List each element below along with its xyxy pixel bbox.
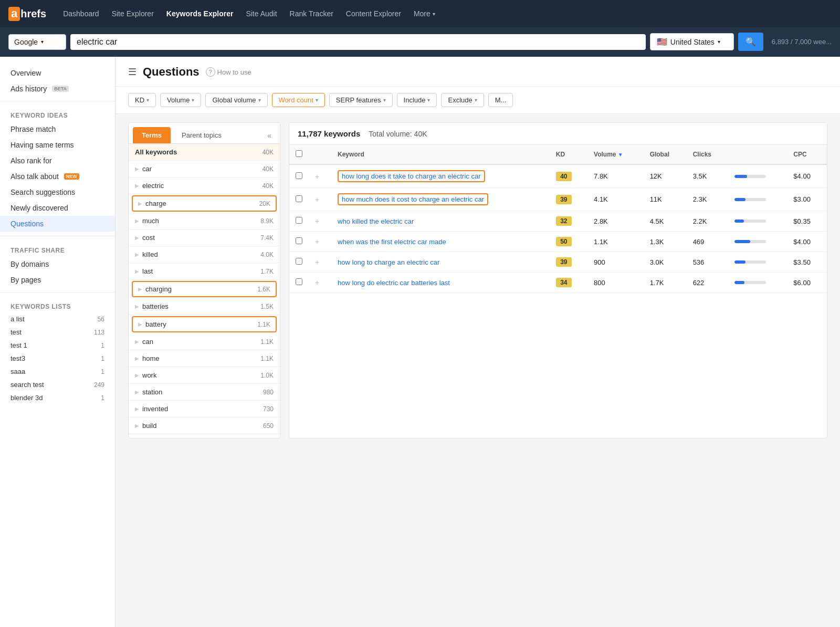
list-item-test3[interactable]: test3 1 [0, 352, 115, 365]
list-item-test[interactable]: test 113 [0, 326, 115, 339]
list-item[interactable]: ▶ station 980 [129, 384, 280, 401]
list-item-search-test[interactable]: search test 249 [0, 378, 115, 391]
add-button[interactable]: + [315, 217, 319, 225]
filter-serp-features[interactable]: SERP features ▾ [329, 93, 393, 107]
add-button[interactable]: + [315, 237, 319, 246]
list-item-blender-3d[interactable]: blender 3d 1 [0, 391, 115, 404]
list-item[interactable]: ▶ work 1.0K [129, 367, 280, 384]
terms-panel: Terms Parent topics « All keywords 40K ▶ [128, 122, 280, 438]
list-item[interactable]: ▶ car 40K [129, 161, 280, 177]
filter-volume[interactable]: Volume ▾ [160, 93, 201, 107]
list-item[interactable]: ▶ invented 730 [129, 401, 280, 417]
list-item[interactable]: ▶ charge 20K [132, 195, 277, 212]
nav-content-explorer[interactable]: Content Explorer [346, 7, 401, 20]
keyword-link[interactable]: how long to charge an electric car [338, 258, 439, 266]
main-layout: Overview Ads history BETA Keyword ideas … [0, 57, 840, 627]
search-button[interactable]: 🔍 [738, 33, 763, 51]
progress-bar-background [734, 175, 766, 178]
chevron-down-icon: ▾ [383, 97, 386, 103]
nav-keywords-explorer[interactable]: Keywords Explorer [166, 7, 234, 20]
row-checkbox[interactable] [296, 258, 302, 265]
add-button[interactable]: + [315, 278, 319, 287]
table-header-row: 11,787 keywords Total volume: 40K [289, 123, 827, 145]
add-button[interactable]: + [315, 172, 319, 181]
question-icon: ? [206, 67, 215, 77]
row-checkbox[interactable] [296, 217, 302, 224]
keyword-link[interactable]: how long does it take to charge an elect… [342, 172, 480, 180]
expand-icon: ▶ [135, 356, 139, 361]
nav-site-audit[interactable]: Site Audit [246, 7, 277, 20]
sidebar-item-ads-history[interactable]: Ads history BETA [0, 81, 115, 97]
sidebar-item-by-pages[interactable]: By pages [0, 272, 115, 288]
collapse-button[interactable]: « [263, 129, 276, 142]
list-item[interactable]: ▶ home 1.1K [129, 350, 280, 367]
list-item[interactable]: ▶ electric 40K [129, 177, 280, 194]
sidebar-item-overview[interactable]: Overview [0, 65, 115, 81]
filter-global-volume[interactable]: Global volume ▾ [205, 93, 267, 107]
keyword-link[interactable]: when was the first electric car made [338, 238, 446, 246]
list-item[interactable]: ▶ battery 1.1K [132, 316, 277, 332]
new-badge: NEW [64, 173, 79, 180]
add-button[interactable]: + [315, 258, 319, 266]
nav-rank-tracker[interactable]: Rank Tracker [290, 7, 333, 20]
row-checkbox[interactable] [296, 195, 302, 202]
tab-terms[interactable]: Terms [133, 127, 171, 143]
sidebar-item-by-domains[interactable]: By domains [0, 256, 115, 272]
sidebar-item-also-talk-about[interactable]: Also talk about NEW [0, 169, 115, 184]
sidebar-item-questions[interactable]: Questions [0, 216, 115, 232]
keyword-link[interactable]: how long do electric car batteries last [338, 279, 450, 287]
filter-more[interactable]: M... [488, 93, 513, 107]
kd-badge: 39 [556, 257, 572, 267]
list-item[interactable]: ▶ can 1.1K [129, 333, 280, 350]
list-item[interactable]: ▶ last 1.7K [129, 263, 280, 280]
list-item-test1[interactable]: test 1 1 [0, 339, 115, 352]
engine-select[interactable]: Google ▾ [8, 34, 66, 50]
progress-cell [728, 273, 787, 293]
country-select[interactable]: 🇺🇸 United States ▾ [650, 33, 734, 50]
filter-kd[interactable]: KD ▾ [128, 93, 156, 107]
terms-tabs: Terms Parent topics « [129, 123, 280, 144]
cpc-cell: $0.35 [787, 211, 827, 232]
list-item-a-list[interactable]: a list 56 [0, 312, 115, 326]
nav-site-explorer[interactable]: Site Explorer [112, 7, 154, 20]
filter-include[interactable]: Include ▾ [397, 93, 437, 107]
list-item[interactable]: ▶ much 8.9K [129, 213, 280, 229]
filter-exclude[interactable]: Exclude ▾ [441, 93, 484, 107]
select-all-checkbox[interactable] [296, 150, 302, 157]
row-checkbox[interactable] [296, 172, 302, 179]
nav-more[interactable]: More ▾ [414, 7, 435, 20]
table-row: + how much does it cost to charge an ele… [289, 188, 827, 211]
row-checkbox[interactable] [296, 278, 302, 285]
list-item[interactable]: ▶ cost 7.4K [129, 229, 280, 246]
logo[interactable]: a hrefs [8, 7, 46, 21]
term-all-keywords[interactable]: All keywords 40K [129, 144, 280, 161]
list-item[interactable]: ▶ build 650 [129, 417, 280, 434]
table-row: + who killed the electric car 32 2.8K 4.… [289, 211, 827, 232]
hamburger-icon[interactable]: ☰ [128, 66, 136, 78]
filter-word-count[interactable]: Word count ▾ [272, 93, 325, 107]
tab-parent-topics[interactable]: Parent topics [173, 127, 230, 143]
col-volume[interactable]: Volume ▼ [587, 145, 644, 164]
clicks-cell: 622 [687, 273, 728, 293]
list-item[interactable]: ▶ batteries 1.5K [129, 298, 280, 315]
expand-icon: ▶ [135, 183, 139, 189]
keyword-link[interactable]: who killed the electric car [338, 217, 414, 225]
list-item-saaa[interactable]: saaa 1 [0, 365, 115, 378]
sidebar-item-newly-discovered[interactable]: Newly discovered [0, 200, 115, 216]
expand-icon: ▶ [135, 304, 139, 309]
search-input[interactable] [77, 37, 639, 47]
add-button[interactable]: + [315, 195, 319, 204]
add-cell: + [309, 188, 331, 211]
keyword-link[interactable]: how much does it cost to charge an elect… [342, 195, 484, 203]
list-item[interactable]: ▶ charging 1.6K [132, 281, 277, 297]
nav-dashboard[interactable]: Dashboard [63, 7, 99, 20]
row-checkbox[interactable] [296, 237, 302, 244]
sidebar-item-search-suggestions[interactable]: Search suggestions [0, 184, 115, 200]
sidebar-item-also-rank-for[interactable]: Also rank for [0, 153, 115, 169]
sidebar-item-having-same-terms[interactable]: Having same terms [0, 137, 115, 153]
list-item[interactable]: ▶ far 650 [129, 434, 280, 438]
list-item[interactable]: ▶ killed 4.0K [129, 246, 280, 263]
how-to-use-link[interactable]: ? How to use [206, 67, 251, 77]
sidebar-item-phrase-match[interactable]: Phrase match [0, 121, 115, 137]
cpc-cell: $4.00 [787, 232, 827, 252]
